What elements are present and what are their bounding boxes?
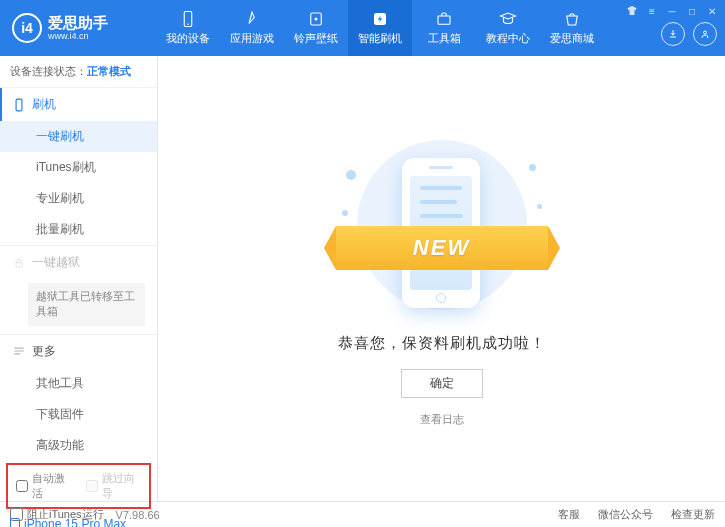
connection-status: 设备连接状态：正常模式 — [0, 56, 157, 87]
version-label: V7.98.66 — [116, 509, 160, 521]
nav-label: 教程中心 — [486, 31, 530, 46]
skin-icon[interactable] — [625, 4, 639, 18]
apps-icon — [243, 10, 261, 28]
sidebar-pro-flash[interactable]: 专业刷机 — [0, 183, 157, 214]
sidebar-itunes-flash[interactable]: iTunes刷机 — [0, 152, 157, 183]
nav-toolbox[interactable]: 工具箱 — [412, 0, 476, 56]
more-icon — [12, 344, 26, 358]
user-button[interactable] — [693, 22, 717, 46]
nav-label: 我的设备 — [166, 31, 210, 46]
ok-button[interactable]: 确定 — [401, 369, 483, 398]
sidebar-advanced[interactable]: 高级功能 — [0, 430, 157, 461]
nav-ringtone[interactable]: 铃声壁纸 — [284, 0, 348, 56]
sidebar-more-header[interactable]: 更多 — [0, 335, 157, 368]
app-name: 爱思助手 — [48, 15, 108, 32]
top-nav: 我的设备 应用游戏 铃声壁纸 智能刷机 工具箱 教程中心 爱思商城 — [156, 0, 604, 56]
sidebar-other-tools[interactable]: 其他工具 — [0, 368, 157, 399]
nav-apps[interactable]: 应用游戏 — [220, 0, 284, 56]
app-header: i4 爱思助手 www.i4.cn 我的设备 应用游戏 铃声壁纸 智能刷机 工具… — [0, 0, 725, 56]
nav-tutorial[interactable]: 教程中心 — [476, 0, 540, 56]
phone-icon — [12, 98, 26, 112]
nav-my-device[interactable]: 我的设备 — [156, 0, 220, 56]
logo-icon: i4 — [12, 13, 42, 43]
success-illustration: NEW — [342, 140, 542, 320]
sidebar-download-firmware[interactable]: 下载固件 — [0, 399, 157, 430]
main-panel: NEW 恭喜您，保资料刷机成功啦！ 确定 查看日志 — [158, 56, 725, 501]
svg-point-1 — [187, 24, 189, 26]
svg-rect-5 — [438, 16, 450, 24]
svg-rect-8 — [16, 262, 22, 267]
nav-label: 爱思商城 — [550, 31, 594, 46]
sidebar-batch-flash[interactable]: 批量刷机 — [0, 214, 157, 245]
footer-wechat[interactable]: 微信公众号 — [598, 507, 653, 522]
sidebar-one-click-flash[interactable]: 一键刷机 — [0, 121, 157, 152]
nav-label: 工具箱 — [428, 31, 461, 46]
block-itunes-checkbox[interactable]: 阻止iTunes运行 — [10, 507, 104, 522]
nav-label: 智能刷机 — [358, 31, 402, 46]
nav-label: 应用游戏 — [230, 31, 274, 46]
footer-support[interactable]: 客服 — [558, 507, 580, 522]
auto-activate-checkbox[interactable]: 自动激活 — [16, 471, 72, 501]
store-icon — [563, 10, 581, 28]
download-button[interactable] — [661, 22, 685, 46]
nav-store[interactable]: 爱思商城 — [540, 0, 604, 56]
view-log-link[interactable]: 查看日志 — [420, 412, 464, 427]
new-ribbon: NEW — [336, 226, 548, 270]
app-url: www.i4.cn — [48, 31, 108, 41]
menu-icon[interactable]: ≡ — [645, 4, 659, 18]
status-value: 正常模式 — [87, 65, 131, 77]
tutorial-icon — [499, 10, 517, 28]
jailbreak-note: 越狱工具已转移至工具箱 — [28, 283, 145, 326]
svg-point-6 — [704, 31, 707, 34]
lock-icon — [12, 256, 26, 270]
toolbox-icon — [435, 10, 453, 28]
ringtone-icon — [307, 10, 325, 28]
device-small-icon — [10, 518, 20, 527]
sidebar-jailbreak-header: 一键越狱 — [0, 246, 157, 279]
sidebar-flash-header[interactable]: 刷机 — [0, 88, 157, 121]
nav-label: 铃声壁纸 — [294, 31, 338, 46]
logo: i4 爱思助手 www.i4.cn — [0, 13, 156, 43]
flash-icon — [371, 10, 389, 28]
success-message: 恭喜您，保资料刷机成功啦！ — [338, 334, 546, 353]
svg-rect-7 — [16, 99, 22, 111]
nav-flash[interactable]: 智能刷机 — [348, 0, 412, 56]
footer-check-update[interactable]: 检查更新 — [671, 507, 715, 522]
device-icon — [179, 10, 197, 28]
skip-guide-checkbox[interactable]: 跳过向导 — [86, 471, 142, 501]
sidebar: 设备连接状态：正常模式 刷机 一键刷机 iTunes刷机 专业刷机 批量刷机 一… — [0, 56, 158, 501]
svg-point-3 — [315, 18, 318, 21]
options-highlight-box: 自动激活 跳过向导 — [6, 463, 151, 509]
